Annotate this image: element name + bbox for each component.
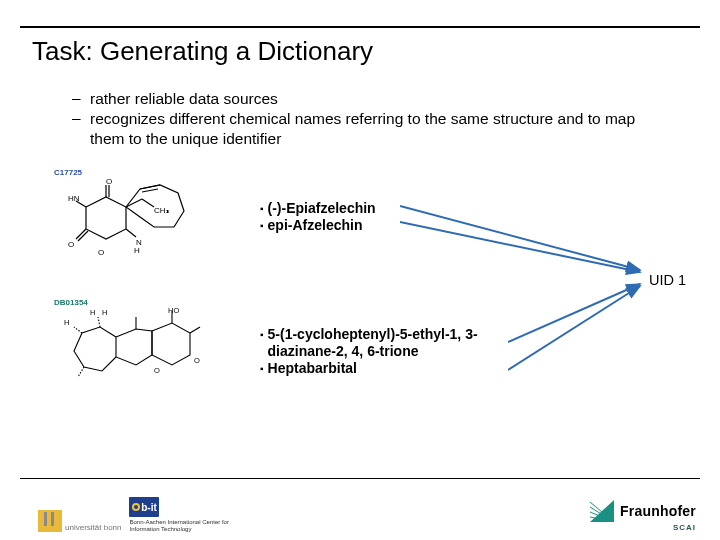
svg-line-10 — [142, 189, 158, 192]
bit-caption: Bonn-Aachen International Center for Inf… — [129, 519, 239, 532]
slide-title: Task: Generating a Dictionary — [32, 36, 720, 67]
bottom-rule — [20, 478, 700, 479]
names-bottom: ▪5-(1-cycloheptenyl)-5-ethyl-1, 3-diazin… — [260, 326, 520, 377]
dash-icon: – — [72, 109, 90, 148]
logos-left: universität bonn b-it Bonn-Aachen Intern… — [38, 497, 239, 532]
names-top: ▪(-)-Epiafzelechin ▪epi-Afzelechin — [260, 200, 376, 234]
square-bullet-icon: ▪ — [260, 217, 264, 234]
bit-logo: b-it Bonn-Aachen International Center fo… — [129, 497, 239, 532]
svg-text:CH₃: CH₃ — [154, 206, 169, 215]
bit-mark-icon: b-it — [129, 497, 159, 517]
svg-line-32 — [400, 206, 640, 270]
example-area: C17725 O O HN NH — [0, 162, 720, 418]
chemical-name: 5-(1-cycloheptenyl)-5-ethyl-1, 3-diazina… — [268, 326, 520, 360]
svg-line-35 — [508, 286, 640, 370]
fraunhofer-text: Fraunhofer — [620, 503, 696, 519]
svg-text:HO: HO — [168, 307, 179, 315]
square-bullet-icon: ▪ — [260, 360, 264, 377]
square-bullet-icon: ▪ — [260, 200, 264, 217]
svg-text:O: O — [154, 366, 160, 375]
svg-text:H: H — [134, 246, 140, 255]
svg-line-8 — [142, 199, 154, 207]
list-item: ▪Heptabarbital — [260, 360, 520, 377]
svg-line-6 — [126, 229, 136, 237]
molecule-diagram-icon: HO O O HH H — [54, 307, 218, 417]
bullet-text: recognizes different chemical names refe… — [90, 109, 650, 148]
list-item: – rather reliable data sources — [72, 89, 720, 108]
bit-mark-text: b-it — [141, 502, 157, 513]
compound-id: DB01354 — [54, 298, 214, 307]
uni-bonn-text: universität bonn — [65, 523, 121, 532]
molecule-diagram-icon: O O HN NH CH₃ O — [54, 177, 214, 285]
svg-marker-0 — [86, 197, 126, 239]
fraunhofer-logo: Fraunhofer SCAI — [590, 500, 696, 532]
list-item: ▪epi-Afzelechin — [260, 217, 376, 234]
structure-top: C17725 O O HN NH — [54, 168, 214, 285]
square-bullet-icon: ▪ — [260, 326, 264, 360]
list-item: ▪(-)-Epiafzelechin — [260, 200, 376, 217]
list-item: ▪5-(1-cycloheptenyl)-5-ethyl-1, 3-diazin… — [260, 326, 520, 360]
svg-text:O: O — [194, 356, 200, 365]
svg-line-33 — [400, 222, 640, 272]
chemical-name: epi-Afzelechin — [268, 217, 363, 234]
svg-text:H: H — [102, 308, 107, 317]
chemical-name: (-)-Epiafzelechin — [268, 200, 376, 217]
chemical-name: Heptabarbital — [268, 360, 357, 377]
svg-marker-18 — [152, 323, 190, 365]
svg-line-23 — [98, 317, 100, 327]
dash-icon: – — [72, 89, 90, 108]
structure-bottom: DB01354 HO O O — [54, 298, 214, 417]
svg-text:O: O — [106, 177, 112, 186]
fraunhofer-mark-icon — [590, 500, 614, 522]
bullet-list: – rather reliable data sources – recogni… — [72, 89, 720, 148]
uni-bonn-mark-icon — [38, 510, 62, 532]
fraunhofer-sub: SCAI — [590, 523, 696, 532]
svg-text:HN: HN — [68, 194, 80, 203]
list-item: – recognizes different chemical names re… — [72, 109, 720, 148]
svg-text:O: O — [68, 240, 74, 249]
uni-bonn-logo: universität bonn — [38, 510, 121, 532]
svg-line-25 — [78, 367, 84, 377]
svg-line-24 — [74, 327, 82, 333]
bullet-text: rather reliable data sources — [90, 89, 278, 108]
footer: universität bonn b-it Bonn-Aachen Intern… — [0, 488, 720, 540]
svg-text:H: H — [90, 308, 95, 317]
svg-text:O: O — [98, 248, 104, 257]
top-rule — [20, 26, 700, 28]
svg-line-21 — [190, 327, 200, 333]
arrow-icon — [508, 280, 678, 380]
svg-marker-19 — [116, 329, 152, 365]
svg-line-9 — [140, 185, 160, 189]
svg-line-34 — [508, 284, 640, 342]
compound-id: C17725 — [54, 168, 214, 177]
svg-text:H: H — [64, 318, 69, 327]
